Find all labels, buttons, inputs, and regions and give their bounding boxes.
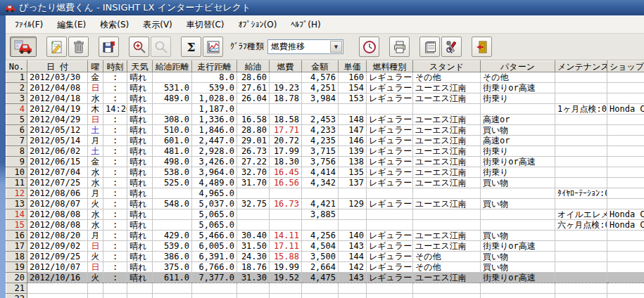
save-button[interactable] — [99, 37, 119, 57]
zoom-in-button[interactable] — [129, 37, 149, 57]
column-header[interactable]: 給油 — [237, 61, 270, 72]
row-number-cell[interactable]: 13 — [6, 199, 27, 209]
memo-button[interactable] — [419, 37, 440, 57]
table-row[interactable]: 72012/05/14月:晴れ601.02,447.029.0120.724,2… — [6, 136, 644, 146]
row-number-cell[interactable]: 22 — [6, 294, 27, 298]
column-header[interactable]: 単価 — [339, 61, 367, 72]
menu-item[interactable]: ｵﾌﾟｼｮﾝ(O) — [232, 18, 284, 32]
row-number-cell[interactable]: 2 — [6, 83, 27, 93]
table-row[interactable]: 82012/06/02土:晴れ481.02,928.026.7317.993,7… — [6, 146, 644, 157]
table-row[interactable]: 192012/10/07日:晴れ375.06,766.018.7619.992,… — [6, 262, 644, 273]
row-number-cell[interactable]: 20 — [6, 273, 27, 283]
menu-item[interactable]: 表示(V) — [137, 17, 179, 33]
row-number-cell[interactable]: 5 — [6, 115, 27, 125]
menu-item[interactable]: ﾌｧｲﾙ(F) — [8, 18, 49, 32]
title-bar[interactable]: ぴったり燃費くん - INSIGHT LX インターナビセレクト — [0, 0, 644, 15]
table-row[interactable]: 42012/04/19木14:20晴れ1,187.01ヶ月点検:0:Honda … — [6, 104, 644, 115]
table-row[interactable]: 12012/03/30金:晴れ8.028.604,576160レギュラーその他そ… — [6, 72, 644, 83]
clock-button[interactable] — [359, 37, 379, 57]
menu-item[interactable]: 検索(S) — [94, 17, 135, 33]
row-number-cell[interactable]: 19 — [6, 262, 27, 273]
table-row[interactable]: 142012/08/08水:晴れ5,065.03,885オイルエレメHonda … — [6, 209, 644, 220]
row-number-cell[interactable]: 3 — [6, 93, 27, 104]
table-row[interactable]: 122012/08/06月:晴れ4,965.0ﾀｲﾔﾛｰﾃｰｼｮﾝ:0: — [6, 188, 644, 199]
row-number-cell[interactable]: 10 — [6, 167, 27, 178]
table-row[interactable]: 52012/04/29日:晴れ308.01,336.016.5818.582,4… — [6, 115, 644, 125]
row-number-cell[interactable]: 15 — [6, 220, 27, 231]
row-number-cell[interactable]: 6 — [6, 125, 27, 136]
cell-weather: 晴れ — [127, 273, 153, 283]
column-header[interactable]: 時刻 — [103, 61, 127, 72]
column-header[interactable]: 走行距離 — [192, 61, 237, 72]
row-number-cell[interactable]: 9 — [6, 157, 27, 167]
cell-day: 水 — [88, 220, 103, 231]
column-header[interactable]: 給油距離 — [153, 61, 192, 72]
cell-date: 2012/08/07 — [27, 199, 88, 209]
total-button[interactable]: Σ — [181, 37, 201, 57]
table-row[interactable]: 22 — [6, 294, 644, 298]
cell-date: 2012/08/06 — [27, 188, 88, 199]
row-number-cell[interactable]: 4 — [6, 104, 27, 115]
table-row[interactable]: 32012/04/18水:晴れ489.01,028.026.0418.783,9… — [6, 93, 644, 104]
row-number-cell[interactable]: 7 — [6, 136, 27, 146]
new-entry-button[interactable] — [46, 37, 67, 57]
column-header[interactable]: パターン — [481, 61, 555, 72]
row-number-cell[interactable]: 12 — [6, 188, 27, 199]
row-number-cell[interactable]: 17 — [6, 241, 27, 252]
column-header[interactable]: メンテナンス — [555, 61, 607, 72]
table-row[interactable]: 172012/09/02日:晴れ539.06,005.031.5017.114,… — [6, 241, 644, 252]
table-row[interactable]: 202012/10/16火:晴れ611.07,377.031.3019.524,… — [6, 273, 644, 283]
column-header[interactable]: 金額 — [302, 61, 339, 72]
delete-button[interactable] — [68, 37, 89, 57]
cell-day: 日 — [88, 262, 103, 273]
column-header[interactable]: 曜 — [88, 61, 103, 72]
cell-run: 1,187.0 — [192, 104, 237, 115]
column-header[interactable]: No. — [6, 61, 27, 72]
row-number-cell[interactable]: 11 — [6, 178, 27, 188]
column-header[interactable]: 日 付 — [27, 61, 88, 72]
graph-button[interactable] — [203, 37, 223, 57]
table-row[interactable]: 92012/06/15金:晴れ498.03,426.027.2218.303,7… — [6, 157, 644, 167]
zoom-out-button[interactable] — [151, 37, 171, 57]
chevron-down-icon[interactable]: ▼ — [330, 41, 342, 53]
row-number-cell[interactable]: 16 — [6, 231, 27, 241]
table-row[interactable]: 22012/04/08日:晴れ531.0539.027.6119.234,251… — [6, 83, 644, 93]
maintenance-tools-button[interactable] — [441, 37, 462, 57]
column-header[interactable]: ショップ — [607, 61, 644, 72]
cell-maint — [555, 125, 607, 136]
cell-price: 140 — [339, 231, 367, 241]
row-number-cell[interactable]: 18 — [6, 252, 27, 262]
cell-maint — [555, 93, 607, 104]
cell-type: レギュラー — [367, 83, 413, 93]
menu-item[interactable]: ﾍﾙﾌﾟ(H) — [284, 18, 327, 32]
table-row[interactable]: 102012/07/04水:晴れ538.03,964.032.7016.454,… — [6, 167, 644, 178]
row-number-cell[interactable]: 1 — [6, 72, 27, 83]
column-header[interactable]: スタンド — [413, 61, 481, 72]
table-row[interactable]: 62012/05/12土:晴れ510.01,846.028.8017.714,2… — [6, 125, 644, 136]
table-row[interactable]: 21 — [6, 283, 644, 294]
column-header[interactable]: 天気 — [127, 61, 153, 72]
cell-pattern: 街乗りor高速 — [481, 83, 555, 93]
cell-amount — [302, 294, 339, 298]
column-header[interactable]: 燃費 — [270, 61, 302, 72]
table-row[interactable]: 152012/08/08水:晴れ5,065.0六ヶ月点検:0:Honda Car… — [6, 220, 644, 231]
exit-button[interactable] — [472, 37, 492, 57]
car-switch-button[interactable] — [10, 37, 37, 57]
cell-stand — [413, 104, 481, 115]
cell-run: 5,037.0 — [192, 199, 237, 209]
cell-shop: Honda Cars — [607, 104, 644, 115]
cell-day: 月 — [88, 136, 103, 146]
column-header[interactable]: 燃料種別 — [367, 61, 413, 72]
table-row[interactable]: 182012/09/25火:晴れ386.06,391.024.3015.883,… — [6, 252, 644, 262]
row-number-cell[interactable]: 21 — [6, 283, 27, 294]
print-button[interactable] — [389, 37, 410, 57]
table-row[interactable]: 132012/08/07火:晴れ548.05,037.032.7516.734,… — [6, 199, 644, 209]
cell-fuel: 27.22 — [237, 157, 270, 167]
graph-type-select[interactable]: 燃費推移 ▼ — [267, 39, 343, 54]
menu-item[interactable]: 編集(E) — [51, 17, 92, 33]
table-row[interactable]: 112012/07/25水:晴れ525.04,489.031.7016.564,… — [6, 178, 644, 188]
table-row[interactable]: 162012/08/20月:晴れ429.05,466.030.4014.114,… — [6, 231, 644, 241]
row-number-cell[interactable]: 14 — [6, 209, 27, 220]
row-number-cell[interactable]: 8 — [6, 146, 27, 157]
menu-item[interactable]: 車切替(C) — [180, 17, 231, 33]
